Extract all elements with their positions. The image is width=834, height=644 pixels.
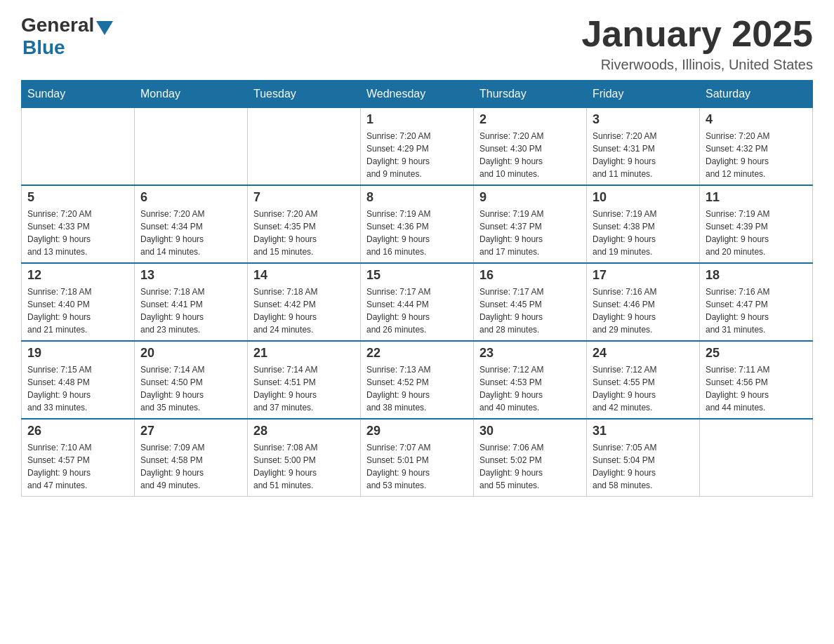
calendar-day-header: Tuesday: [248, 81, 361, 108]
calendar-cell: 11Sunrise: 7:19 AM Sunset: 4:39 PM Dayli…: [700, 185, 813, 263]
day-info: Sunrise: 7:20 AM Sunset: 4:33 PM Dayligh…: [27, 208, 128, 258]
logo-arrow-icon: [96, 21, 113, 35]
calendar-cell: 25Sunrise: 7:11 AM Sunset: 4:56 PM Dayli…: [700, 341, 813, 419]
day-info: Sunrise: 7:07 AM Sunset: 5:01 PM Dayligh…: [366, 441, 468, 492]
calendar-cell: 12Sunrise: 7:18 AM Sunset: 4:40 PM Dayli…: [22, 263, 135, 341]
calendar-cell: [22, 108, 135, 186]
calendar-cell: 31Sunrise: 7:05 AM Sunset: 5:04 PM Dayli…: [587, 419, 700, 497]
calendar-cell: 13Sunrise: 7:18 AM Sunset: 4:41 PM Dayli…: [135, 263, 248, 341]
day-info: Sunrise: 7:19 AM Sunset: 4:37 PM Dayligh…: [479, 208, 581, 258]
calendar-cell: 8Sunrise: 7:19 AM Sunset: 4:36 PM Daylig…: [361, 185, 474, 263]
day-info: Sunrise: 7:20 AM Sunset: 4:31 PM Dayligh…: [593, 130, 694, 180]
day-info: Sunrise: 7:17 AM Sunset: 4:45 PM Dayligh…: [479, 286, 581, 336]
calendar-cell: 15Sunrise: 7:17 AM Sunset: 4:44 PM Dayli…: [361, 263, 474, 341]
day-info: Sunrise: 7:20 AM Sunset: 4:29 PM Dayligh…: [366, 130, 468, 180]
day-number: 28: [253, 424, 355, 438]
day-info: Sunrise: 7:13 AM Sunset: 4:52 PM Dayligh…: [366, 363, 468, 414]
calendar-cell: [700, 419, 813, 497]
day-info: Sunrise: 7:15 AM Sunset: 4:48 PM Dayligh…: [27, 363, 128, 414]
calendar-cell: 20Sunrise: 7:14 AM Sunset: 4:50 PM Dayli…: [135, 341, 248, 419]
calendar-cell: [135, 108, 248, 186]
day-number: 25: [706, 346, 807, 361]
page-header: General Blue January 2025 Riverwoods, Il…: [21, 14, 813, 73]
calendar-cell: 3Sunrise: 7:20 AM Sunset: 4:31 PM Daylig…: [587, 108, 700, 186]
day-number: 8: [366, 190, 468, 205]
calendar-week-row: 12Sunrise: 7:18 AM Sunset: 4:40 PM Dayli…: [22, 263, 813, 341]
day-number: 20: [140, 346, 241, 361]
calendar-day-header: Sunday: [22, 81, 135, 108]
title-section: January 2025 Riverwoods, Illinois, Unite…: [581, 14, 813, 73]
day-info: Sunrise: 7:14 AM Sunset: 4:50 PM Dayligh…: [140, 363, 241, 414]
day-number: 21: [253, 346, 355, 361]
day-number: 23: [479, 346, 581, 361]
day-info: Sunrise: 7:19 AM Sunset: 4:39 PM Dayligh…: [706, 208, 807, 258]
calendar-cell: 14Sunrise: 7:18 AM Sunset: 4:42 PM Dayli…: [248, 263, 361, 341]
day-info: Sunrise: 7:05 AM Sunset: 5:04 PM Dayligh…: [593, 441, 694, 492]
calendar-cell: 17Sunrise: 7:16 AM Sunset: 4:46 PM Dayli…: [587, 263, 700, 341]
day-info: Sunrise: 7:09 AM Sunset: 4:58 PM Dayligh…: [140, 441, 241, 492]
calendar-cell: 21Sunrise: 7:14 AM Sunset: 4:51 PM Dayli…: [248, 341, 361, 419]
calendar-day-header: Friday: [587, 81, 700, 108]
calendar-day-header: Saturday: [700, 81, 813, 108]
day-number: 17: [593, 268, 694, 283]
calendar-cell: 6Sunrise: 7:20 AM Sunset: 4:34 PM Daylig…: [135, 185, 248, 263]
day-info: Sunrise: 7:20 AM Sunset: 4:35 PM Dayligh…: [253, 208, 355, 258]
day-info: Sunrise: 7:19 AM Sunset: 4:36 PM Dayligh…: [366, 208, 468, 258]
day-info: Sunrise: 7:20 AM Sunset: 4:32 PM Dayligh…: [706, 130, 807, 180]
logo-blue-text: Blue: [22, 36, 65, 59]
day-info: Sunrise: 7:18 AM Sunset: 4:41 PM Dayligh…: [140, 286, 241, 336]
calendar-day-header: Thursday: [474, 81, 587, 108]
calendar-day-header: Monday: [135, 81, 248, 108]
day-info: Sunrise: 7:18 AM Sunset: 4:42 PM Dayligh…: [253, 286, 355, 336]
calendar-cell: 1Sunrise: 7:20 AM Sunset: 4:29 PM Daylig…: [361, 108, 474, 186]
calendar-cell: 29Sunrise: 7:07 AM Sunset: 5:01 PM Dayli…: [361, 419, 474, 497]
month-year-title: January 2025: [581, 14, 813, 54]
day-number: 7: [253, 190, 355, 205]
day-number: 6: [140, 190, 241, 205]
day-number: 9: [479, 190, 581, 205]
day-info: Sunrise: 7:11 AM Sunset: 4:56 PM Dayligh…: [706, 363, 807, 414]
day-number: 26: [27, 424, 128, 438]
calendar-cell: 23Sunrise: 7:12 AM Sunset: 4:53 PM Dayli…: [474, 341, 587, 419]
calendar-cell: 22Sunrise: 7:13 AM Sunset: 4:52 PM Dayli…: [361, 341, 474, 419]
day-number: 10: [593, 190, 694, 205]
calendar-cell: 27Sunrise: 7:09 AM Sunset: 4:58 PM Dayli…: [135, 419, 248, 497]
calendar-cell: 5Sunrise: 7:20 AM Sunset: 4:33 PM Daylig…: [22, 185, 135, 263]
day-number: 27: [140, 424, 241, 438]
calendar-header-row: SundayMondayTuesdayWednesdayThursdayFrid…: [22, 81, 813, 108]
day-info: Sunrise: 7:17 AM Sunset: 4:44 PM Dayligh…: [366, 286, 468, 336]
day-number: 15: [366, 268, 468, 283]
calendar-week-row: 19Sunrise: 7:15 AM Sunset: 4:48 PM Dayli…: [22, 341, 813, 419]
day-number: 5: [27, 190, 128, 205]
day-info: Sunrise: 7:12 AM Sunset: 4:53 PM Dayligh…: [479, 363, 581, 414]
day-info: Sunrise: 7:10 AM Sunset: 4:57 PM Dayligh…: [27, 441, 128, 492]
calendar-cell: 4Sunrise: 7:20 AM Sunset: 4:32 PM Daylig…: [700, 108, 813, 186]
day-number: 2: [479, 112, 581, 127]
day-info: Sunrise: 7:18 AM Sunset: 4:40 PM Dayligh…: [27, 286, 128, 336]
day-info: Sunrise: 7:06 AM Sunset: 5:02 PM Dayligh…: [479, 441, 581, 492]
day-number: 30: [479, 424, 581, 438]
day-number: 3: [593, 112, 694, 127]
logo: General Blue: [21, 14, 113, 59]
day-number: 24: [593, 346, 694, 361]
day-info: Sunrise: 7:14 AM Sunset: 4:51 PM Dayligh…: [253, 363, 355, 414]
calendar-cell: 28Sunrise: 7:08 AM Sunset: 5:00 PM Dayli…: [248, 419, 361, 497]
calendar-week-row: 1Sunrise: 7:20 AM Sunset: 4:29 PM Daylig…: [22, 108, 813, 186]
calendar-cell: 26Sunrise: 7:10 AM Sunset: 4:57 PM Dayli…: [22, 419, 135, 497]
calendar-cell: 9Sunrise: 7:19 AM Sunset: 4:37 PM Daylig…: [474, 185, 587, 263]
day-info: Sunrise: 7:16 AM Sunset: 4:47 PM Dayligh…: [706, 286, 807, 336]
day-number: 1: [366, 112, 468, 127]
day-number: 19: [27, 346, 128, 361]
day-number: 16: [479, 268, 581, 283]
day-info: Sunrise: 7:20 AM Sunset: 4:34 PM Dayligh…: [140, 208, 241, 258]
logo-general-text: General: [21, 14, 94, 36]
calendar-cell: 18Sunrise: 7:16 AM Sunset: 4:47 PM Dayli…: [700, 263, 813, 341]
day-info: Sunrise: 7:19 AM Sunset: 4:38 PM Dayligh…: [593, 208, 694, 258]
day-number: 13: [140, 268, 241, 283]
day-number: 18: [706, 268, 807, 283]
calendar-cell: 16Sunrise: 7:17 AM Sunset: 4:45 PM Dayli…: [474, 263, 587, 341]
day-info: Sunrise: 7:20 AM Sunset: 4:30 PM Dayligh…: [479, 130, 581, 180]
calendar-cell: 10Sunrise: 7:19 AM Sunset: 4:38 PM Dayli…: [587, 185, 700, 263]
calendar-cell: [248, 108, 361, 186]
day-number: 12: [27, 268, 128, 283]
